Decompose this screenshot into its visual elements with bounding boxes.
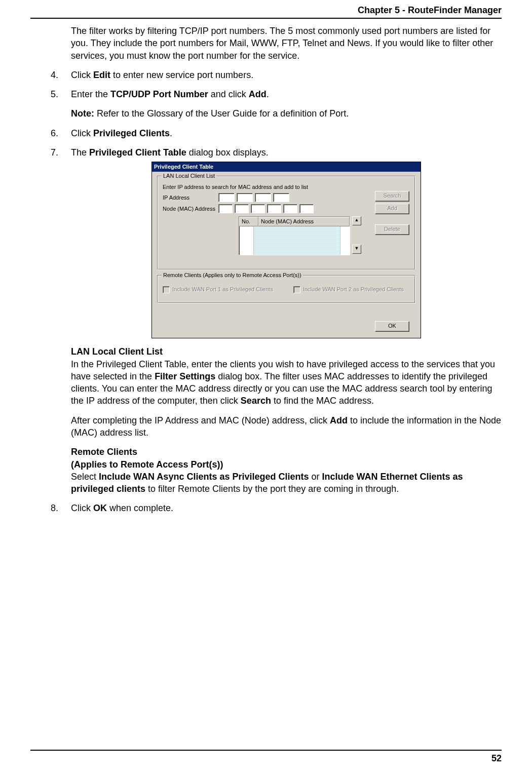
text: when complete. bbox=[107, 503, 173, 513]
mac-table: No. Node (MAC) Address bbox=[239, 216, 350, 255]
text: Click bbox=[71, 70, 93, 80]
scroll-down-icon[interactable]: ▼ bbox=[352, 245, 361, 254]
remote-clients-group: Remote Clients (Applies only to Remote A… bbox=[157, 275, 415, 303]
bold: Filter Settings bbox=[155, 371, 215, 381]
ip-octet-4[interactable] bbox=[273, 193, 289, 202]
table-rows bbox=[239, 226, 350, 255]
bold: TCP/UDP Port Number bbox=[110, 89, 208, 99]
mac-table-area: No. Node (MAC) Address bbox=[239, 216, 410, 255]
table-row bbox=[239, 234, 350, 241]
step-number: 4. bbox=[51, 69, 71, 81]
step-body: Click Privileged Clients. bbox=[71, 127, 502, 139]
step-5: 5. Enter the TCP/UDP Port Number and cli… bbox=[30, 88, 502, 120]
ok-button[interactable]: OK bbox=[375, 321, 409, 332]
text: dialog box displays. bbox=[186, 147, 269, 158]
text: The bbox=[71, 147, 89, 158]
lan-local-client-list-group: LAN Local Client List Enter IP address t… bbox=[157, 176, 415, 270]
ip-address-label: IP Address bbox=[163, 194, 218, 202]
mac-octet-5[interactable] bbox=[283, 204, 297, 213]
footer-rule bbox=[30, 750, 502, 751]
step-6: 6. Click Privileged Clients. bbox=[30, 127, 502, 139]
mac-octet-4[interactable] bbox=[267, 204, 281, 213]
remote-clients-subheading: (Applies to Remote Access Port(s)) bbox=[71, 459, 223, 470]
chapter-header: Chapter 5 - RouteFinder Manager bbox=[30, 5, 502, 18]
table-scrollbar: ▲ ▼ bbox=[351, 216, 361, 254]
step-8: 8. Click OK when complete. bbox=[30, 502, 502, 514]
ok-row: OK bbox=[375, 321, 409, 332]
mac-octet-6[interactable] bbox=[299, 204, 314, 213]
table-row bbox=[239, 248, 350, 255]
remote-clients-heading: Remote Clients bbox=[71, 447, 137, 457]
text: Click bbox=[71, 128, 93, 138]
dialog-body: Search Add Delete LAN Local Client List … bbox=[152, 172, 421, 338]
bold: Privileged Clients bbox=[93, 128, 170, 138]
ip-octet-1[interactable] bbox=[218, 193, 235, 202]
page: Chapter 5 - RouteFinder Manager The filt… bbox=[0, 0, 532, 775]
step-body: Click OK when complete. bbox=[71, 502, 502, 514]
step-number: 6. bbox=[51, 127, 71, 139]
bold: Add bbox=[330, 415, 348, 425]
page-number: 52 bbox=[491, 753, 502, 764]
privileged-client-table-dialog: Privileged Client Table Search Add Delet… bbox=[151, 162, 421, 338]
intro-paragraph: The filter works by filtering TCP/IP por… bbox=[71, 25, 502, 62]
ip-address-row: IP Address bbox=[163, 193, 410, 202]
text: to enter new service port numbers. bbox=[110, 70, 253, 80]
step-number: 8. bbox=[51, 502, 71, 514]
step-4: 4. Click Edit to enter new service port … bbox=[30, 69, 502, 81]
mac-address-label: Node (MAC) Address bbox=[163, 205, 218, 213]
dialog-titlebar: Privileged Client Table bbox=[152, 162, 421, 172]
text: to find the MAC address. bbox=[271, 396, 374, 406]
text: to filter Remote Clients by the port the… bbox=[145, 484, 399, 494]
col-no: No. bbox=[239, 217, 258, 226]
note-text: Refer to the Glossary of the User Guide … bbox=[94, 108, 349, 119]
include-wan-port-1-checkbox[interactable]: Include WAN Port 1 as Privileged Clients bbox=[163, 286, 273, 293]
bold: Search bbox=[241, 396, 271, 406]
table-row bbox=[239, 226, 350, 234]
checkbox-label: Include WAN Port 2 as Privileged Clients bbox=[303, 286, 404, 293]
step-7: 7. The Privileged Client Table dialog bo… bbox=[30, 146, 502, 495]
text: After completing the IP Address and MAC … bbox=[71, 415, 330, 425]
text: . bbox=[267, 89, 269, 99]
table-row bbox=[239, 241, 350, 248]
checkbox-label: Include WAN Port 1 as Privileged Clients bbox=[172, 286, 273, 293]
table-header: No. Node (MAC) Address bbox=[239, 217, 350, 226]
mac-octet-1[interactable] bbox=[218, 204, 233, 213]
lan-heading: LAN Local Client List bbox=[71, 346, 163, 357]
step-body: Enter the TCP/UDP Port Number and click … bbox=[71, 88, 502, 120]
bold: Privileged Client Table bbox=[89, 147, 186, 158]
text: and click bbox=[208, 89, 249, 99]
text: Click bbox=[71, 503, 93, 513]
mac-octet-2[interactable] bbox=[235, 204, 249, 213]
scroll-up-icon[interactable]: ▲ bbox=[352, 216, 361, 225]
checkbox-icon bbox=[163, 286, 170, 293]
step-number: 7. bbox=[51, 146, 71, 495]
text: . bbox=[170, 128, 172, 138]
step-number: 5. bbox=[51, 88, 71, 120]
step-body: The Privileged Client Table dialog box d… bbox=[71, 146, 502, 495]
ip-octet-3[interactable] bbox=[255, 193, 271, 202]
bold: OK bbox=[93, 503, 107, 513]
step-body: Click Edit to enter new service port num… bbox=[71, 69, 502, 81]
ip-octet-2[interactable] bbox=[237, 193, 253, 202]
text: Select bbox=[71, 472, 99, 482]
bold: Include WAN Async Clients as Privileged … bbox=[99, 472, 309, 482]
hint-text: Enter IP address to search for MAC addre… bbox=[163, 183, 410, 191]
group-legend: Remote Clients (Applies only to Remote A… bbox=[162, 272, 303, 279]
mac-octet-3[interactable] bbox=[251, 204, 265, 213]
text: Enter the bbox=[71, 89, 110, 99]
group-legend: LAN Local Client List bbox=[162, 172, 216, 180]
mac-address-row: Node (MAC) Address bbox=[163, 204, 410, 213]
bold: Edit bbox=[93, 70, 110, 80]
header-rule bbox=[30, 18, 502, 19]
note-label: Note: bbox=[71, 108, 94, 119]
col-mac: Node (MAC) Address bbox=[258, 217, 350, 226]
checkbox-icon bbox=[293, 286, 300, 293]
bold: Add bbox=[249, 89, 267, 99]
include-wan-port-2-checkbox[interactable]: Include WAN Port 2 as Privileged Clients bbox=[293, 286, 404, 293]
text: or bbox=[309, 472, 322, 482]
